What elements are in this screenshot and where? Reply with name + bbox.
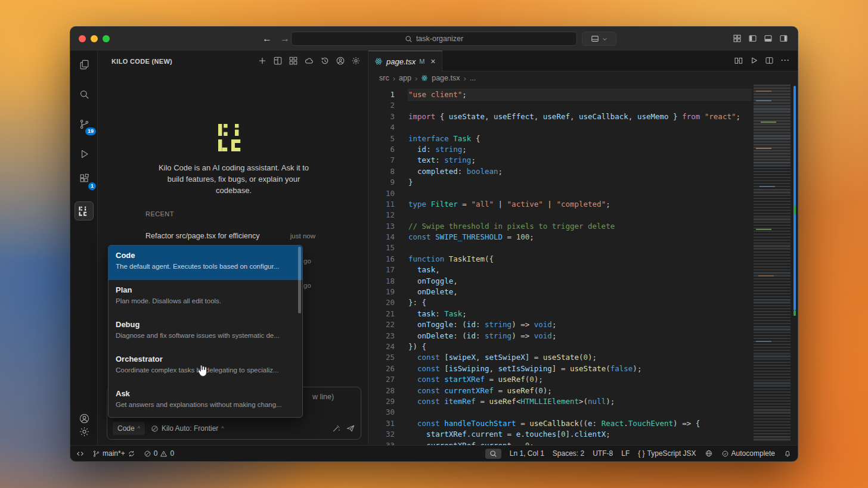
model-provider-icon xyxy=(151,425,159,433)
line-number: 22 xyxy=(368,319,395,330)
encoding-indicator[interactable]: UTF-8 xyxy=(593,449,613,458)
mode-option-ask[interactable]: Ask Get answers and explanations without… xyxy=(108,384,302,418)
cloud-icon[interactable] xyxy=(304,56,314,66)
enhance-prompt-wand-icon[interactable] xyxy=(331,424,341,433)
notifications-bell-icon[interactable] xyxy=(783,449,792,458)
code-area[interactable]: 1234567891011121314151617181920212223242… xyxy=(368,85,752,445)
kanban-icon[interactable] xyxy=(273,56,283,66)
send-icon[interactable] xyxy=(346,424,355,433)
mode-selector[interactable]: Code ^ xyxy=(113,422,145,435)
check-circle-icon xyxy=(721,450,729,458)
breadcrumb-item[interactable]: page.tsx xyxy=(432,74,460,82)
code-line: }: { xyxy=(408,297,752,308)
errors-icon xyxy=(144,450,151,458)
window-close-button[interactable] xyxy=(79,35,86,42)
breadcrumb-item[interactable]: src xyxy=(379,74,389,82)
editor-layout-grid-icon[interactable] xyxy=(733,34,742,43)
run-file-icon[interactable] xyxy=(749,56,758,65)
tab-title: page.tsx xyxy=(386,57,416,66)
code-lines: "use client"; import { useState, useEffe… xyxy=(408,89,752,445)
line-number: 14 xyxy=(368,232,395,243)
line-number: 28 xyxy=(368,386,395,396)
line-number: 19 xyxy=(368,287,395,297)
panel-settings-gear-icon[interactable] xyxy=(351,56,361,66)
line-number: 11 xyxy=(368,199,395,210)
history-icon[interactable] xyxy=(320,56,330,66)
breadcrumb-item[interactable]: ... xyxy=(470,74,476,82)
history-forward-button[interactable]: → xyxy=(280,27,290,51)
branch-indicator[interactable]: main*+ xyxy=(92,449,135,458)
globe-icon[interactable] xyxy=(705,449,713,458)
marketplace-grid-icon[interactable] xyxy=(289,56,298,66)
breadcrumb-item[interactable]: app xyxy=(399,74,411,82)
activity-bar: 19 1 xyxy=(70,51,98,445)
mode-option-desc: Get answers and explanations without mak… xyxy=(116,401,295,408)
line-number: 3 xyxy=(368,111,395,122)
command-center-search[interactable]: task-organizer xyxy=(291,32,577,46)
zoom-magnifier-icon xyxy=(489,450,497,458)
explorer-icon[interactable] xyxy=(75,55,94,74)
window-zoom-button[interactable] xyxy=(103,35,110,42)
mode-option-debug[interactable]: Debug Diagnose and fix software issues w… xyxy=(108,315,302,349)
split-editor-icon[interactable] xyxy=(765,56,774,65)
history-back-button[interactable]: ← xyxy=(262,27,272,51)
mode-option-code[interactable]: Code The default agent. Executes tools b… xyxy=(108,245,302,280)
language-indicator[interactable]: { } TypeScript JSX xyxy=(638,449,696,458)
model-selector[interactable]: Kilo Auto: Frontier ^ xyxy=(150,422,229,435)
source-control-icon[interactable]: 19 xyxy=(75,114,94,133)
minimap[interactable] xyxy=(754,85,790,442)
new-task-icon[interactable] xyxy=(258,56,267,66)
indentation-indicator[interactable]: Spaces: 2 xyxy=(553,449,584,458)
code-line: startXRef.current = e.touches[0].clientX… xyxy=(408,429,752,440)
layout-control-button[interactable] xyxy=(582,32,616,46)
menu-scrollbar[interactable] xyxy=(298,247,301,313)
mode-option-name: Orchestrator xyxy=(116,355,295,363)
mode-option-name: Ask xyxy=(116,389,295,398)
recent-task-time-fragment: go xyxy=(303,257,311,265)
window-minimize-button[interactable] xyxy=(91,35,98,42)
kilo-code-activity-icon[interactable] xyxy=(75,201,94,220)
mode-option-desc: The default agent. Executes tools based … xyxy=(116,263,295,270)
line-number: 4 xyxy=(368,122,395,133)
remote-indicator[interactable] xyxy=(76,450,84,458)
warnings-count: 0 xyxy=(170,449,174,458)
tab-close-icon[interactable]: × xyxy=(430,57,435,66)
line-number: 6 xyxy=(368,144,395,155)
line-number: 13 xyxy=(368,221,395,232)
run-debug-icon[interactable] xyxy=(75,144,94,163)
code-line: interface Task { xyxy=(408,133,752,144)
profile-icon[interactable] xyxy=(336,56,345,66)
cursor-position[interactable]: Ln 1, Col 1 xyxy=(510,449,544,458)
search-sidebar-icon[interactable] xyxy=(75,85,94,104)
extensions-icon[interactable]: 1 xyxy=(75,169,94,188)
zoom-indicator[interactable] xyxy=(485,449,501,459)
recent-task-item[interactable]: Refactor src/page.tsx for efficiency jus… xyxy=(145,232,315,240)
problems-indicator[interactable]: 0 0 xyxy=(144,449,174,458)
code-line: onToggle: (id: string) => void; xyxy=(408,319,752,330)
toggle-panel-icon[interactable] xyxy=(764,34,773,43)
line-number: 20 xyxy=(368,297,395,308)
source-control-badge: 19 xyxy=(85,128,96,135)
line-number: 12 xyxy=(368,210,395,220)
breadcrumbs[interactable]: src › app › page.tsx › ... xyxy=(368,72,798,85)
toggle-secondary-sidebar-icon[interactable] xyxy=(779,34,788,43)
toggle-primary-sidebar-icon[interactable] xyxy=(748,34,757,43)
caret-up-icon: ^ xyxy=(221,425,224,431)
tab-page-tsx[interactable]: page.tsx M × xyxy=(368,51,442,72)
open-changes-icon[interactable] xyxy=(734,56,743,65)
autocomplete-indicator[interactable]: Autocomplete xyxy=(721,449,775,458)
mode-option-plan[interactable]: Plan Plan mode. Disallows all edit tools… xyxy=(108,280,302,315)
search-icon xyxy=(405,35,413,43)
code-line xyxy=(408,407,752,418)
desktop: ← → task-organizer xyxy=(0,0,868,488)
line-number: 33 xyxy=(368,440,395,446)
more-actions-icon[interactable]: ⋯ xyxy=(780,56,789,65)
titlebar[interactable]: ← → task-organizer xyxy=(70,27,798,51)
panel-header: KILO CODE (NEW) xyxy=(98,51,368,72)
line-number: 21 xyxy=(368,309,395,319)
scrollbar-thumb[interactable] xyxy=(793,86,796,310)
code-line: completed: boolean; xyxy=(408,166,752,177)
status-bar: main*+ 0 0 Ln 1, Col 1 Spaces: 2 UTF-8 L… xyxy=(70,445,798,461)
settings-gear-icon[interactable] xyxy=(75,422,94,441)
eol-indicator[interactable]: LF xyxy=(621,449,630,458)
